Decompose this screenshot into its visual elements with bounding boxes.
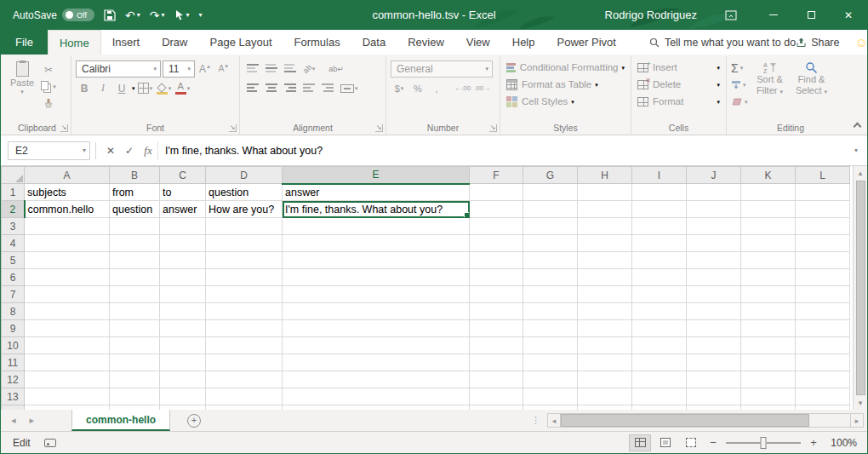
enter-button[interactable]: ✓ (120, 141, 139, 160)
font-name-combo[interactable]: Calibri▾ (76, 60, 161, 78)
cell-L3[interactable] (796, 218, 850, 235)
cell-C13[interactable] (160, 388, 206, 405)
decrease-font-size-button[interactable]: A▼ (215, 60, 232, 77)
cell-B13[interactable] (110, 388, 160, 405)
cell-C2[interactable]: answer (160, 201, 206, 218)
cell-I9[interactable] (632, 320, 687, 337)
row-header-6[interactable]: 6 (2, 269, 25, 286)
cell-J1[interactable] (687, 184, 741, 201)
cell-A13[interactable] (25, 388, 110, 405)
column-header-K[interactable]: K (741, 167, 796, 184)
cell-D7[interactable] (206, 286, 283, 303)
cell-L6[interactable] (796, 269, 850, 286)
cell-C9[interactable] (160, 320, 206, 337)
zoom-out-button[interactable]: − (705, 436, 721, 449)
ribbon-tab-data[interactable]: Data (351, 30, 397, 55)
column-header-L[interactable]: L (796, 167, 850, 184)
align-center-button[interactable] (263, 80, 280, 96)
zoom-slider-thumb[interactable] (761, 437, 767, 449)
cell-H4[interactable] (578, 235, 632, 252)
cell-I10[interactable] (632, 337, 687, 354)
cell-C7[interactable] (160, 286, 206, 303)
cell-D8[interactable] (206, 303, 283, 320)
cell-A3[interactable] (25, 218, 110, 235)
cell-F5[interactable] (470, 252, 523, 269)
row-header-11[interactable]: 11 (2, 354, 25, 371)
cell-G7[interactable] (523, 286, 578, 303)
cell-J12[interactable] (687, 371, 741, 388)
cell-E13[interactable] (283, 388, 470, 405)
cell-H9[interactable] (578, 320, 632, 337)
cell-A10[interactable] (25, 337, 110, 354)
cell-K5[interactable] (741, 252, 796, 269)
cell-J4[interactable] (687, 235, 741, 252)
paste-button[interactable]: Paste ▾ (8, 60, 37, 121)
cell-F13[interactable] (470, 388, 523, 405)
column-header-F[interactable]: F (470, 167, 523, 184)
underline-caret[interactable]: ▾ (132, 85, 135, 91)
cell-E3[interactable] (283, 218, 470, 235)
horizontal-scroll-track[interactable] (561, 413, 850, 428)
orientation-button[interactable]: ab▾ (300, 60, 317, 77)
cell-E10[interactable] (283, 337, 470, 354)
cell-G12[interactable] (523, 371, 578, 388)
cell-F6[interactable] (470, 269, 523, 286)
cell-F1[interactable] (470, 184, 523, 201)
vertical-scroll-thumb[interactable] (856, 181, 865, 395)
autosave-toggle[interactable]: AutoSave Off (13, 9, 94, 21)
cell-D2[interactable]: How are you? (206, 201, 283, 218)
scroll-right-arrow[interactable]: ▸ (850, 413, 864, 428)
cell-H13[interactable] (578, 388, 632, 405)
font-dialog-launcher[interactable]: ↘ (229, 124, 237, 132)
cell-G10[interactable] (523, 337, 578, 354)
cut-button[interactable]: ✂ (40, 61, 57, 78)
cell-G6[interactable] (523, 269, 578, 286)
cell-L8[interactable] (796, 303, 850, 320)
ribbon-tab-view[interactable]: View (455, 30, 501, 55)
middle-align-button[interactable] (263, 60, 280, 77)
format-cells-button[interactable]: Format ▾ (636, 93, 722, 110)
align-left-button[interactable] (244, 80, 261, 96)
cell-G9[interactable] (523, 320, 578, 337)
underline-button[interactable]: U (113, 80, 130, 96)
fill-color-button[interactable]: ▾ (156, 80, 173, 96)
cell-A11[interactable] (25, 354, 110, 371)
scroll-left-arrow[interactable]: ◂ (547, 413, 561, 428)
cell-I8[interactable] (632, 303, 687, 320)
maximize-button[interactable] (792, 0, 830, 30)
cell-styles-button[interactable]: Cell Styles ▾ (505, 93, 626, 110)
font-color-button[interactable]: A▾ (174, 80, 191, 96)
cell-A12[interactable] (25, 371, 110, 388)
decrease-indent-button[interactable] (300, 80, 317, 96)
formula-input[interactable]: I'm fine, thanks. What about you? (157, 141, 848, 160)
cell-G3[interactable] (523, 218, 578, 235)
feedback-smiley-icon[interactable]: ☺ (854, 35, 867, 49)
cell-L4[interactable] (796, 235, 850, 252)
alignment-dialog-launcher[interactable]: ↘ (375, 124, 383, 132)
number-dialog-launcher[interactable]: ↘ (489, 124, 497, 132)
cell-B3[interactable] (110, 218, 160, 235)
cell-E6[interactable] (283, 269, 470, 286)
column-header-E[interactable]: E (283, 167, 470, 184)
cell-A5[interactable] (25, 252, 110, 269)
cell-I3[interactable] (632, 218, 687, 235)
row-header-4[interactable]: 4 (2, 235, 25, 252)
cell-F11[interactable] (470, 354, 523, 371)
cell-B5[interactable] (110, 252, 160, 269)
row-header-12[interactable]: 12 (2, 371, 25, 388)
zoom-level[interactable]: 100% (825, 437, 857, 449)
cell-E8[interactable] (283, 303, 470, 320)
cell-F3[interactable] (470, 218, 523, 235)
cell-E1[interactable]: answer (283, 184, 470, 201)
cell-J8[interactable] (687, 303, 741, 320)
new-sheet-button[interactable]: + (187, 414, 201, 428)
cell-I5[interactable] (632, 252, 687, 269)
cell-H3[interactable] (578, 218, 632, 235)
cell-C1[interactable]: to (160, 184, 206, 201)
cell-K10[interactable] (741, 337, 796, 354)
cell-E9[interactable] (283, 320, 470, 337)
cell-L1[interactable] (796, 184, 850, 201)
cell-D1[interactable]: question (206, 184, 283, 201)
copy-button[interactable]: ▾ (40, 78, 57, 95)
cell-D9[interactable] (206, 320, 283, 337)
